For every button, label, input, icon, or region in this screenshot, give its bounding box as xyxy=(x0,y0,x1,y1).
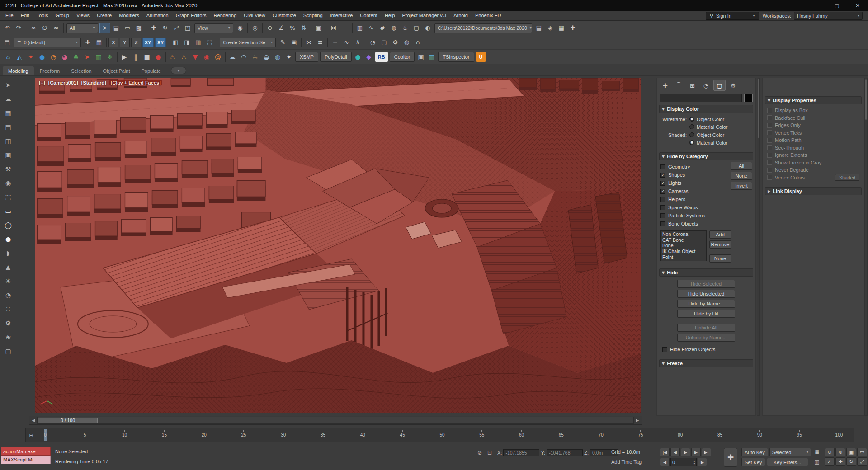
marquee-icon[interactable]: ⬚ xyxy=(2,192,14,202)
scene-explorer-icon[interactable]: ▤ xyxy=(2,37,13,48)
sini-ring-orange-icon[interactable]: ◔ xyxy=(48,52,59,62)
display-as-box-checkbox[interactable]: Display as Box xyxy=(766,107,860,114)
material-override-icon[interactable]: ◍ xyxy=(401,37,412,48)
home-grid-icon[interactable]: ⌂ xyxy=(412,37,423,48)
bind-to-space-warp-icon[interactable]: ≈ xyxy=(51,23,61,33)
blue-grid-icon[interactable]: ▦ xyxy=(426,52,437,62)
menu-item[interactable]: Scripting xyxy=(300,11,326,20)
object-color-swatch[interactable] xyxy=(744,94,753,102)
object-name-field[interactable] xyxy=(660,94,742,102)
selection-filter-dropdown[interactable]: All ▾ xyxy=(66,23,98,33)
preferences-icon[interactable]: ⚙ xyxy=(390,37,401,48)
play-animation-button[interactable]: ▶ xyxy=(681,448,690,456)
viewport-shading-menu[interactable]: [Clay + Edged Faces] xyxy=(109,80,162,85)
go-to-end-button[interactable]: ▶| xyxy=(702,448,711,456)
go-to-start-button[interactable]: |◀ xyxy=(660,448,670,456)
unlink-selection-icon[interactable]: ∅ xyxy=(39,23,50,33)
viewport-general-menu[interactable]: [+] xyxy=(39,80,45,85)
tab-object-paint[interactable]: Object Paint xyxy=(98,66,136,75)
key-selection-dropdown[interactable]: Selected ▾ xyxy=(769,448,811,456)
phoenix-sim-icon[interactable]: ◉ xyxy=(201,52,212,62)
workspace-dropdown[interactable]: Hosny Fahmy ▾ xyxy=(794,12,863,20)
reference-coordinate-dropdown[interactable]: View ▾ xyxy=(194,23,233,33)
list-none-button[interactable]: None xyxy=(709,254,731,263)
asset-tracking-icon[interactable]: ◈ xyxy=(545,23,556,33)
motion-tab-icon[interactable]: ◔ xyxy=(700,80,712,91)
previous-frame-button[interactable]: ◀ xyxy=(670,448,680,456)
separator[interactable] xyxy=(224,52,227,62)
modify-tab-icon[interactable]: ⌒ xyxy=(673,80,685,91)
material-editor-icon[interactable]: ◍ xyxy=(388,23,399,33)
scrollbar-thumb[interactable] xyxy=(758,79,759,138)
sini-ring-pink-icon[interactable]: ◕ xyxy=(59,52,70,62)
pan-icon[interactable]: ✚ xyxy=(835,457,845,466)
spinner-snap-icon[interactable]: ⇅ xyxy=(298,23,309,33)
vertex-colors-shaded-button[interactable]: Shaded xyxy=(835,174,859,181)
render-setup-icon[interactable]: ♨ xyxy=(400,23,410,33)
railclone-arrow-icon[interactable]: ➤ xyxy=(82,52,93,62)
separator[interactable] xyxy=(310,23,313,33)
menu-item[interactable]: Animation xyxy=(143,11,172,20)
mirror-icon[interactable]: ⋈ xyxy=(328,23,339,33)
sphere-primitive-icon[interactable]: ◯ xyxy=(2,220,14,230)
list-item[interactable]: Non-Corona xyxy=(661,231,706,237)
all-button[interactable]: All xyxy=(731,162,752,170)
unhide-by-name-button[interactable]: Unhide by Name... xyxy=(677,334,735,342)
ribbon-minimize-toggle[interactable]: ▾ xyxy=(171,67,186,74)
time-slider-track[interactable]: 0 / 100 xyxy=(37,417,634,424)
target-icon[interactable]: ◉ xyxy=(2,178,14,188)
sub-object-edge-icon[interactable]: ◨ xyxy=(181,37,192,48)
menu-item[interactable]: Phoenix FD xyxy=(472,11,505,20)
axis-x-button[interactable]: X xyxy=(108,38,118,47)
listener-line-2[interactable]: MAXScript Mi xyxy=(1,456,51,464)
zoom-extents-icon[interactable]: ▣ xyxy=(846,448,856,456)
helpers-checkbox[interactable]: Helpers xyxy=(660,195,752,203)
rendered-frame-window-icon[interactable]: ▢ xyxy=(411,23,422,33)
separator[interactable] xyxy=(326,38,329,47)
track-bar[interactable]: ⊟ 05101520253035404550556065707580859095… xyxy=(25,428,854,442)
hide-selected-button[interactable]: Hide Selected xyxy=(677,280,735,288)
set-keys-button[interactable]: ✚ xyxy=(724,448,737,467)
geosphere-primitive-icon[interactable]: ● xyxy=(2,234,14,244)
bone-objects-checkbox[interactable]: Bone Objects xyxy=(660,220,752,228)
add-time-tag[interactable]: Add Time Tag xyxy=(611,459,642,465)
phoenix-flame-icon[interactable]: ♨ xyxy=(179,52,189,62)
angle-snap-icon[interactable]: ∠ xyxy=(276,23,287,33)
sini-igloo-icon[interactable]: ⌂ xyxy=(3,52,14,62)
tools-icon[interactable]: ⚒ xyxy=(2,164,14,174)
phoenix-swirl-icon[interactable]: @ xyxy=(212,52,223,62)
named-sets-icon[interactable]: ▣ xyxy=(288,37,299,48)
paint-deform-icon[interactable]: ☁ xyxy=(2,94,14,104)
layer-properties-icon[interactable]: ▦ xyxy=(94,37,104,48)
menu-item[interactable]: Graph Editors xyxy=(172,11,210,20)
menu-item[interactable]: Create xyxy=(93,11,115,20)
select-by-name-icon[interactable]: ▤ xyxy=(111,23,122,33)
maxscript-listener-icon[interactable]: ≣ xyxy=(813,448,821,456)
layer-manager-icon[interactable]: ≣ xyxy=(330,37,340,48)
stop-tool-icon[interactable]: ■ xyxy=(142,52,152,62)
field-of-view-icon[interactable]: ∠ xyxy=(825,457,835,466)
cup-sim-icon[interactable]: ☕ xyxy=(250,52,260,62)
separator[interactable] xyxy=(215,38,218,47)
sub-object-vertex-icon[interactable]: ◧ xyxy=(170,37,181,48)
select-and-manipulate-icon[interactable]: ◎ xyxy=(250,23,260,33)
arc-icon[interactable]: ◔ xyxy=(2,290,14,301)
schematic-view-icon[interactable]: # xyxy=(352,37,363,48)
axis-xy-button[interactable]: XY xyxy=(142,38,154,47)
orbit-icon[interactable]: ↻ xyxy=(846,457,856,466)
separator[interactable] xyxy=(300,38,303,47)
separator[interactable] xyxy=(351,23,354,33)
tab-modeling[interactable]: Modeling xyxy=(3,66,34,75)
list-item[interactable]: Bone xyxy=(661,243,706,249)
hierarchy-tab-icon[interactable]: ⊞ xyxy=(686,80,698,91)
plane-icon[interactable]: ▢ xyxy=(2,346,14,357)
rollout-header[interactable]: ▶ Link Display xyxy=(765,187,862,195)
teal-sphere-icon[interactable]: ● xyxy=(353,52,363,62)
layer-explorer-icon[interactable]: ▥ xyxy=(354,23,365,33)
curve-editor-icon[interactable]: ∿ xyxy=(341,37,352,48)
separator[interactable] xyxy=(363,38,367,47)
phoenix-liquid-icon[interactable]: ▼ xyxy=(190,52,201,62)
percent-snap-icon[interactable]: % xyxy=(287,23,298,33)
named-selection-set-combo[interactable]: Create Selection Se ▾ xyxy=(220,38,276,47)
selection-lock-toggle-icon[interactable]: ⊡ xyxy=(486,449,494,457)
